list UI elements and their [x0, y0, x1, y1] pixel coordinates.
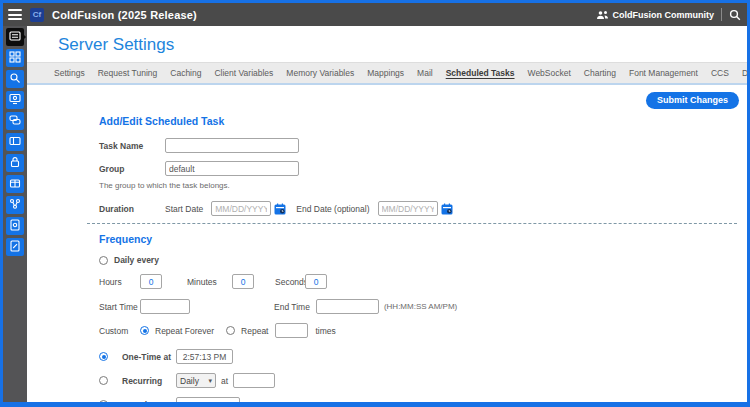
page-header: Server Settings — [27, 26, 747, 62]
hours-label: Hours — [99, 277, 140, 287]
group-label: Group — [99, 164, 165, 174]
tab-document[interactable]: Document — [742, 68, 750, 78]
repeat-times-input[interactable] — [275, 323, 308, 338]
document-edit-icon — [9, 238, 21, 256]
tab-websocket[interactable]: WebSocket — [528, 68, 571, 78]
duration-row: Duration Start Date End Date (optional) — [99, 201, 737, 216]
hamburger-menu-icon[interactable] — [8, 9, 22, 20]
section-divider — [87, 223, 737, 224]
document-gear-icon — [9, 217, 21, 235]
people-icon — [596, 10, 609, 20]
tab-mail[interactable]: Mail — [417, 68, 433, 78]
search-icon[interactable] — [729, 9, 741, 21]
minutes-input[interactable] — [232, 274, 254, 289]
sidebar-item-3[interactable] — [6, 70, 24, 88]
monitor-search-icon — [9, 91, 21, 109]
app-window: Cf ColdFusion (2025 Release) ColdFusion … — [0, 0, 750, 407]
crontime-label: Crontime — [122, 400, 176, 403]
recurring-radio[interactable] — [99, 376, 108, 385]
recurring-interval-select[interactable]: Daily ▾ — [176, 373, 216, 388]
group-input[interactable] — [165, 161, 299, 176]
end-time-label: End Time — [274, 302, 310, 312]
sidebar-item-11[interactable] — [6, 238, 24, 256]
card-icon — [9, 133, 21, 151]
repeat-forever-radio[interactable] — [140, 326, 149, 335]
start-date-label: Start Date — [165, 204, 203, 214]
task-name-input[interactable] — [165, 138, 299, 153]
end-time-input[interactable] — [316, 299, 379, 314]
tab-settings[interactable]: Settings — [54, 68, 85, 78]
server-list-icon — [9, 28, 21, 46]
recurring-label: Recurring — [122, 376, 176, 386]
sidebar-item-7[interactable] — [6, 154, 24, 172]
times-label: times — [315, 326, 335, 336]
sidebar-item-2[interactable] — [6, 49, 24, 67]
group-help-text: The group to which the task belongs. — [99, 181, 737, 190]
lock-icon — [9, 154, 21, 172]
cluster-icon — [9, 196, 21, 214]
sidebar-item-8[interactable] — [6, 175, 24, 193]
tab-request-tuning[interactable]: Request Tuning — [98, 68, 158, 78]
section-title: Add/Edit Scheduled Task — [99, 115, 737, 127]
end-date-label: End Date (optional) — [296, 204, 369, 214]
sidebar-item-4[interactable] — [6, 91, 24, 109]
community-link[interactable]: ColdFusion Community — [596, 10, 715, 20]
sidebar — [3, 26, 27, 402]
time-format-hint: (HH:MM:SS AM/PM) — [384, 302, 457, 311]
chat-bubbles-icon — [9, 112, 21, 130]
search-icon — [9, 70, 21, 88]
form-area: Submit Changes Add/Edit Scheduled Task T… — [27, 85, 747, 402]
tab-ccs[interactable]: CCS — [711, 68, 729, 78]
repeat-forever-label: Repeat Forever — [155, 326, 214, 336]
seconds-label: Seconds — [275, 277, 305, 287]
daily-every-label: Daily every — [114, 255, 159, 265]
sidebar-item-10[interactable] — [6, 217, 24, 235]
one-time-label: One-Time at — [122, 352, 176, 362]
recurring-interval-value: Daily — [180, 376, 199, 386]
seconds-input[interactable] — [305, 274, 327, 289]
grid-icon — [9, 49, 21, 67]
sidebar-item-6[interactable] — [6, 133, 24, 151]
package-icon — [9, 175, 21, 193]
one-time-input[interactable] — [176, 349, 233, 364]
start-date-input[interactable] — [211, 201, 271, 216]
tab-client-variables[interactable]: Client Variables — [214, 68, 273, 78]
daily-every-radio[interactable] — [99, 256, 108, 265]
page-title: Server Settings — [58, 35, 747, 55]
calendar-icon[interactable] — [274, 203, 286, 215]
recurring-at-input[interactable] — [233, 373, 275, 388]
tab-memory-variables[interactable]: Memory Variables — [286, 68, 354, 78]
tab-mappings[interactable]: Mappings — [367, 68, 404, 78]
sidebar-item-9[interactable] — [6, 196, 24, 214]
start-time-label: Start Time — [99, 302, 140, 312]
repeat-radio[interactable] — [226, 326, 235, 335]
tab-font-management[interactable]: Font Management — [629, 68, 698, 78]
end-date-input[interactable] — [378, 201, 438, 216]
start-time-input[interactable] — [140, 299, 190, 314]
app-title: ColdFusion (2025 Release) — [52, 9, 197, 21]
repeat-label: Repeat — [241, 326, 268, 336]
chevron-down-icon: ▾ — [208, 377, 212, 385]
coldfusion-logo-icon: Cf — [30, 8, 44, 22]
custom-label: Custom — [99, 326, 140, 336]
crontime-input[interactable] — [176, 397, 240, 402]
crontime-radio[interactable] — [99, 400, 108, 402]
minutes-label: Minutes — [187, 277, 232, 287]
task-name-label: Task Name — [99, 141, 165, 151]
tab-bar: Settings Request Tuning Caching Client V… — [27, 62, 747, 85]
frequency-title: Frequency — [99, 233, 737, 245]
duration-label: Duration — [99, 204, 165, 214]
topbar-divider — [721, 8, 722, 21]
sidebar-item-server-settings[interactable] — [6, 28, 24, 46]
topbar: Cf ColdFusion (2025 Release) ColdFusion … — [3, 3, 747, 26]
submit-changes-button[interactable]: Submit Changes — [646, 92, 739, 109]
tab-caching[interactable]: Caching — [170, 68, 201, 78]
tab-charting[interactable]: Charting — [584, 68, 616, 78]
hours-input[interactable] — [140, 274, 162, 289]
calendar-icon[interactable] — [441, 203, 453, 215]
community-label: ColdFusion Community — [613, 10, 715, 20]
at-label: at — [221, 376, 228, 386]
sidebar-item-5[interactable] — [6, 112, 24, 130]
one-time-radio[interactable] — [99, 352, 108, 361]
tab-scheduled-tasks[interactable]: Scheduled Tasks — [446, 68, 515, 78]
